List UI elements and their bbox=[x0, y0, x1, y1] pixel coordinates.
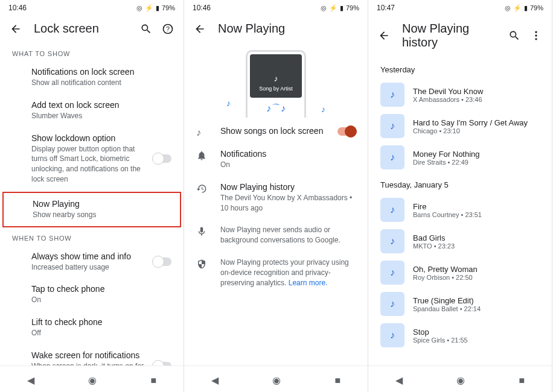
back-icon[interactable] bbox=[194, 23, 206, 35]
status-bar: 10:47 ◎⚡▮79% bbox=[368, 0, 552, 14]
nav-recent-icon[interactable]: ■ bbox=[335, 375, 341, 386]
vibrate-icon: ◎ bbox=[321, 4, 327, 12]
content-scroll[interactable]: ♪ Song by Artist ♪⌒♪ ♪ ♪ ♪ Show songs on… bbox=[184, 44, 368, 365]
search-icon[interactable] bbox=[508, 30, 520, 42]
wifi-icon: ⚡ bbox=[513, 4, 522, 12]
content-scroll[interactable]: WHAT TO SHOW Notifications on lock scree… bbox=[0, 44, 184, 365]
svg-point-2 bbox=[535, 31, 537, 33]
battery-pct: 79% bbox=[346, 4, 359, 11]
nav-bar: ◀ ◉ ■ bbox=[184, 365, 368, 392]
row-lockdown[interactable]: Show lockdown optionDisplay power button… bbox=[0, 127, 184, 191]
row-now-playing[interactable]: Now PlayingShow nearby songs bbox=[2, 192, 181, 227]
back-icon[interactable] bbox=[378, 30, 390, 42]
nav-bar: ◀ ◉ ■ bbox=[368, 365, 552, 392]
nav-recent-icon[interactable]: ■ bbox=[519, 375, 525, 386]
music-note-icon: ♪ bbox=[254, 74, 298, 83]
row-wake-screen[interactable]: Wake screen for notificationsWhen screen… bbox=[0, 344, 184, 365]
nav-home-icon[interactable]: ◉ bbox=[456, 375, 465, 386]
wifi-icon: ⚡ bbox=[329, 4, 337, 12]
music-note-icon: ♪ bbox=[380, 83, 404, 107]
day-label: Tuesday, January 5 bbox=[368, 173, 552, 194]
nav-back-icon[interactable]: ◀ bbox=[395, 375, 403, 386]
toggle-wake-screen[interactable] bbox=[153, 362, 171, 365]
status-icons: ◎ ⚡ ▮ 79% bbox=[136, 4, 175, 12]
status-time: 10:46 bbox=[8, 4, 27, 12]
preview-illustration: ♪ Song by Artist ♪⌒♪ ♪ ♪ bbox=[184, 44, 368, 120]
music-note-icon: ♪ bbox=[380, 198, 404, 222]
status-time: 10:47 bbox=[377, 4, 395, 12]
music-note-icon: ♪ bbox=[196, 127, 201, 138]
header: Now Playing history bbox=[368, 14, 552, 58]
row-lift-check[interactable]: Lift to check phoneOff bbox=[0, 311, 184, 344]
phone-now-playing: 10:46 ◎⚡▮79% Now Playing ♪ Song by Artis… bbox=[184, 0, 368, 392]
song-item[interactable]: ♪FireBarns Courtney • 23:51 bbox=[368, 194, 552, 226]
nav-home-icon[interactable]: ◉ bbox=[88, 375, 97, 386]
vibrate-icon: ◎ bbox=[505, 4, 511, 12]
mic-icon bbox=[196, 226, 207, 237]
row-add-text[interactable]: Add text on lock screenSlumber Waves bbox=[0, 94, 184, 127]
row-show-songs[interactable]: ♪ Show songs on lock screen bbox=[184, 120, 368, 143]
song-item[interactable]: ♪Money For NothingDire Straits • 22:49 bbox=[368, 142, 552, 173]
page-title: Now Playing history bbox=[402, 22, 496, 49]
status-time: 10:46 bbox=[193, 4, 211, 12]
content-scroll[interactable]: Yesterday ♪The Devil You KnowX Ambassado… bbox=[368, 58, 552, 365]
song-item[interactable]: ♪Oh, Pretty WomanRoy Orbison • 22:50 bbox=[368, 257, 552, 288]
status-icons: ◎⚡▮79% bbox=[505, 4, 543, 12]
song-item[interactable]: ♪Bad GirlsMKTO • 23:23 bbox=[368, 226, 552, 257]
back-icon[interactable] bbox=[10, 23, 22, 35]
help-icon[interactable]: ? bbox=[162, 23, 174, 35]
page-title: Now Playing bbox=[218, 22, 358, 36]
nav-home-icon[interactable]: ◉ bbox=[272, 375, 281, 386]
device-screen: ♪ Song by Artist bbox=[250, 54, 302, 98]
row-always-show[interactable]: Always show time and infoIncreased batte… bbox=[0, 245, 184, 279]
learn-more-link[interactable]: Learn more. bbox=[289, 279, 328, 287]
battery-icon: ▮ bbox=[340, 4, 344, 12]
music-note-icon: ♪ bbox=[380, 323, 404, 347]
nav-back-icon[interactable]: ◀ bbox=[211, 375, 219, 386]
history-icon bbox=[196, 183, 207, 194]
header: Lock screen ? bbox=[0, 14, 184, 44]
row-privacy-audio: Now Playing never sends audio or backgro… bbox=[184, 219, 368, 251]
music-note-icon: ♪ bbox=[380, 229, 404, 253]
battery-pct: 79% bbox=[530, 4, 543, 11]
nav-recent-icon[interactable]: ■ bbox=[151, 375, 157, 386]
row-notifications[interactable]: Notifications on lock screenShow all not… bbox=[0, 61, 184, 94]
svg-text:?: ? bbox=[166, 25, 170, 33]
row-notifications[interactable]: Notifications On bbox=[184, 143, 368, 176]
svg-point-4 bbox=[535, 38, 537, 40]
status-bar: 10:46 ◎⚡▮79% bbox=[184, 0, 368, 14]
status-bar: 10:46 ◎ ⚡ ▮ 79% bbox=[0, 0, 184, 14]
wifi-icon: ⚡ bbox=[145, 4, 153, 12]
song-item[interactable]: ♪True (Single Edit)Spandau Ballet • 22:1… bbox=[368, 288, 552, 320]
day-label: Yesterday bbox=[368, 58, 552, 79]
section-what-to-show: WHAT TO SHOW bbox=[0, 44, 184, 61]
music-note-icon: ♪ bbox=[380, 292, 404, 316]
nav-back-icon[interactable]: ◀ bbox=[27, 375, 34, 386]
shield-icon bbox=[196, 259, 207, 270]
battery-icon: ▮ bbox=[156, 4, 159, 12]
battery-pct: 79% bbox=[162, 4, 175, 11]
phone-lock-screen: 10:46 ◎ ⚡ ▮ 79% Lock screen ? WHAT TO SH… bbox=[0, 0, 184, 392]
music-note-icon: ♪ bbox=[380, 261, 404, 285]
nav-bar: ◀ ◉ ■ bbox=[0, 365, 184, 392]
status-icons: ◎⚡▮79% bbox=[321, 4, 359, 12]
page-title: Lock screen bbox=[34, 22, 128, 36]
battery-icon: ▮ bbox=[524, 4, 528, 12]
row-privacy-shield: Now Playing protects your privacy using … bbox=[184, 251, 368, 294]
header: Now Playing bbox=[184, 14, 368, 44]
song-item[interactable]: ♪Hard to Say I'm Sorry / Get AwayChicago… bbox=[368, 110, 552, 142]
music-note-icon: ♪ bbox=[380, 114, 404, 138]
row-tap-check[interactable]: Tap to check phoneOn bbox=[0, 278, 184, 311]
toggle-show-songs[interactable] bbox=[337, 127, 356, 136]
toggle-lockdown[interactable] bbox=[153, 154, 171, 163]
song-item[interactable]: ♪The Devil You KnowX Ambassadors • 23:46 bbox=[368, 79, 552, 110]
search-icon[interactable] bbox=[140, 23, 152, 35]
phone-history: 10:47 ◎⚡▮79% Now Playing history Yesterd… bbox=[368, 0, 552, 392]
preview-text: Song by Artist bbox=[254, 86, 298, 92]
device-preview: ♪ Song by Artist ♪⌒♪ bbox=[246, 50, 306, 118]
song-item[interactable]: ♪StopSpice Girls • 21:55 bbox=[368, 320, 552, 351]
more-icon[interactable] bbox=[530, 30, 542, 42]
row-history[interactable]: Now Playing history The Devil You Know b… bbox=[184, 176, 368, 220]
toggle-always-show[interactable] bbox=[153, 258, 171, 266]
music-note-icon: ♪ bbox=[380, 145, 404, 169]
